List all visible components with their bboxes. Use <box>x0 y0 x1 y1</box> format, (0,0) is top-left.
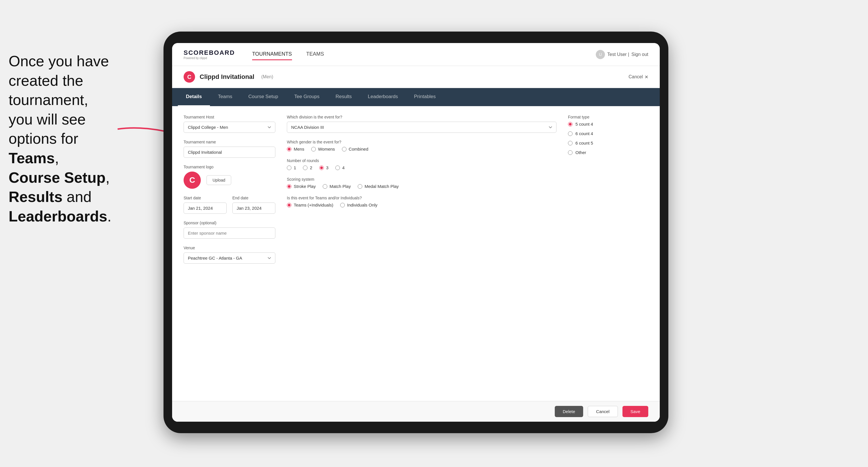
format-group: Format type 5 count 4 6 count 4 6 count … <box>568 115 648 155</box>
dates-group: Start date End date <box>184 196 275 214</box>
teams-group: Is this event for Teams and/or Individua… <box>287 196 557 208</box>
start-date-input[interactable] <box>184 203 227 214</box>
sponsor-group: Sponsor (optional) <box>184 221 275 239</box>
teams-plus-individuals[interactable]: Teams (+Individuals) <box>287 203 333 208</box>
tab-tee-groups[interactable]: Tee Groups <box>286 88 328 106</box>
teams-radio-group: Teams (+Individuals) Individuals Only <box>287 203 557 208</box>
gender-group: Which gender is the event for? Mens Wome… <box>287 140 557 152</box>
venue-select[interactable]: Peachtree GC - Atlanta - GA <box>184 252 275 263</box>
rounds-group: Number of rounds 1 2 <box>287 158 557 170</box>
tab-details[interactable]: Details <box>178 88 210 106</box>
tournament-name: Clippd Invitational <box>199 73 254 81</box>
main-content: Tournament Host Clippd College - Men Tou… <box>172 106 660 422</box>
start-date-label: Start date <box>184 196 227 200</box>
gender-mens[interactable]: Mens <box>287 147 304 152</box>
format-6count5[interactable]: 6 count 5 <box>568 141 648 146</box>
format-5count4[interactable]: 5 count 4 <box>568 122 648 126</box>
form-area: Tournament Host Clippd College - Men Tou… <box>172 106 660 401</box>
upload-button[interactable]: Upload <box>207 175 231 185</box>
tablet-screen: SCOREBOARD Powered by clippd TOURNAMENTS… <box>172 43 660 422</box>
user-area: U Test User | Sign out <box>596 50 648 59</box>
tournament-host-group: Tournament Host Clippd College - Men <box>184 115 275 133</box>
rounds-label: Number of rounds <box>287 158 557 163</box>
logo-circle: C <box>184 172 201 189</box>
tab-teams[interactable]: Teams <box>210 88 240 106</box>
scoring-match[interactable]: Match Play <box>323 184 351 189</box>
cancel-button-top[interactable]: Cancel ✕ <box>628 74 648 80</box>
form-col-right: Format type 5 count 4 6 count 4 6 count … <box>568 115 648 393</box>
tournament-bar: C Clippd Invitational (Men) Cancel ✕ <box>172 66 660 88</box>
gender-combined[interactable]: Combined <box>342 147 368 152</box>
rounds-1[interactable]: 1 <box>287 165 296 170</box>
tournament-host-select[interactable]: Clippd College - Men <box>184 122 275 133</box>
tournament-name-label: Tournament name <box>184 140 275 144</box>
tab-results[interactable]: Results <box>328 88 360 106</box>
top-navigation: SCOREBOARD Powered by clippd TOURNAMENTS… <box>172 43 660 66</box>
gender-label: Which gender is the event for? <box>287 140 557 144</box>
scoring-radio-group: Stroke Play Match Play Medal Match Play <box>287 184 557 189</box>
tablet-device: SCOREBOARD Powered by clippd TOURNAMENTS… <box>163 32 669 433</box>
scoring-group: Scoring system Stroke Play Match Play <box>287 177 557 189</box>
tournament-title-row: C Clippd Invitational (Men) <box>184 71 273 83</box>
tab-leaderboards[interactable]: Leaderboards <box>360 88 406 106</box>
tournament-meta: (Men) <box>261 74 273 80</box>
scoring-medal-match[interactable]: Medal Match Play <box>358 184 399 189</box>
division-group: Which division is the event for? NCAA Di… <box>287 115 557 133</box>
sponsor-input[interactable] <box>184 227 275 239</box>
format-label: Format type <box>568 115 648 119</box>
tournament-host-label: Tournament Host <box>184 115 275 119</box>
division-label: Which division is the event for? <box>287 115 557 119</box>
tournament-logo-label: Tournament logo <box>184 165 275 169</box>
end-date-group: End date <box>232 196 275 214</box>
logo-upload-row: C Upload <box>184 172 275 189</box>
form-col-left: Tournament Host Clippd College - Men Tou… <box>184 115 275 393</box>
nav-tournaments[interactable]: TOURNAMENTS <box>252 49 292 60</box>
rounds-radio-group: 1 2 3 4 <box>287 165 557 170</box>
tournament-name-group: Tournament name <box>184 140 275 158</box>
start-date-group: Start date <box>184 196 227 214</box>
scoring-label: Scoring system <box>287 177 557 182</box>
date-input-row: Start date End date <box>184 196 275 214</box>
rounds-2[interactable]: 2 <box>303 165 312 170</box>
nav-teams[interactable]: TEAMS <box>306 49 324 60</box>
tournament-name-input[interactable] <box>184 147 275 158</box>
tournament-icon: C <box>184 71 195 83</box>
form-col-middle: Which division is the event for? NCAA Di… <box>287 115 557 393</box>
app-logo-title: SCOREBOARD <box>184 49 235 57</box>
division-select[interactable]: NCAA Division III <box>287 122 557 133</box>
gender-radio-group: Mens Womens Combined <box>287 147 557 152</box>
end-date-label: End date <box>232 196 275 200</box>
scoring-stroke[interactable]: Stroke Play <box>287 184 316 189</box>
save-button[interactable]: Save <box>622 406 648 417</box>
venue-group: Venue Peachtree GC - Atlanta - GA <box>184 246 275 263</box>
rounds-3[interactable]: 3 <box>319 165 329 170</box>
cancel-button-bottom[interactable]: Cancel <box>588 406 618 417</box>
tab-bar: Details Teams Course Setup Tee Groups Re… <box>172 88 660 106</box>
format-6count4[interactable]: 6 count 4 <box>568 131 648 136</box>
bottom-bar: Delete Cancel Save <box>172 401 660 422</box>
sign-out-link[interactable]: Sign out <box>631 52 648 57</box>
app-logo-subtitle: Powered by clippd <box>184 57 235 60</box>
logo-area: SCOREBOARD Powered by clippd <box>184 49 235 60</box>
teams-label: Is this event for Teams and/or Individua… <box>287 196 557 200</box>
sponsor-label: Sponsor (optional) <box>184 221 275 225</box>
delete-button[interactable]: Delete <box>555 406 583 417</box>
gender-womens[interactable]: Womens <box>311 147 335 152</box>
tournament-logo-group: Tournament logo C Upload <box>184 165 275 189</box>
venue-label: Venue <box>184 246 275 250</box>
user-avatar: U <box>596 50 605 59</box>
rounds-4[interactable]: 4 <box>335 165 344 170</box>
individuals-only[interactable]: Individuals Only <box>340 203 377 208</box>
tab-course-setup[interactable]: Course Setup <box>240 88 286 106</box>
tab-printables[interactable]: Printables <box>406 88 444 106</box>
end-date-input[interactable] <box>232 203 275 214</box>
instruction-text: Once you have created the tournament, yo… <box>0 46 138 232</box>
format-other[interactable]: Other <box>568 150 648 155</box>
nav-links: TOURNAMENTS TEAMS <box>252 49 596 60</box>
user-label: Test User | <box>607 52 629 57</box>
